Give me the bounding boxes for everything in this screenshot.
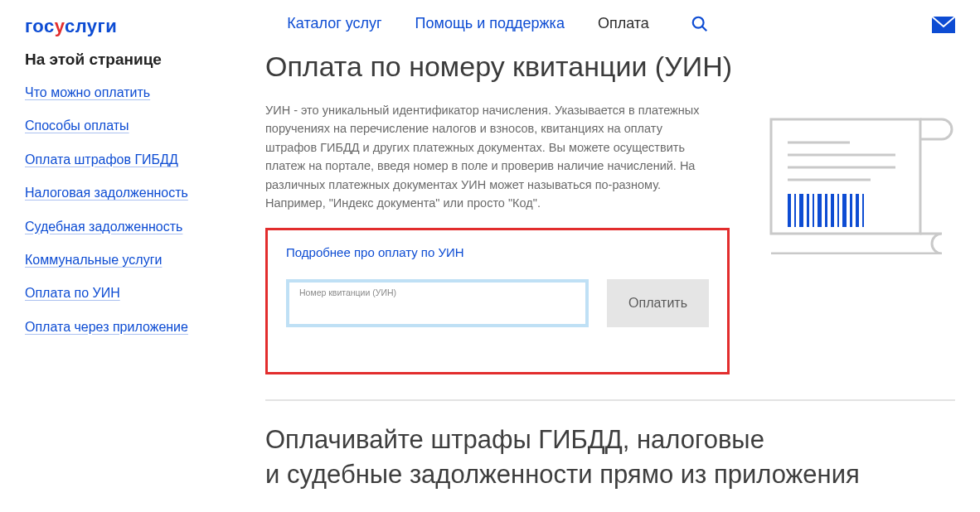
sidebar-item-gibdd-fines[interactable]: Оплата штрафов ГИБДД	[25, 151, 224, 169]
sidebar-item-payment-methods[interactable]: Способы оплаты	[25, 117, 224, 135]
page-body: На этой странице Что можно оплатить Спос…	[0, 46, 980, 492]
svg-rect-13	[825, 194, 827, 227]
svg-point-0	[693, 17, 704, 28]
sidebar-item-utilities[interactable]: Коммунальные услуги	[25, 251, 224, 269]
section2-title-line1: Оплачивайте штрафы ГИБДД, налоговые	[265, 425, 764, 454]
svg-rect-15	[837, 194, 839, 227]
logo-part-slugi: слуги	[65, 16, 117, 36]
header: госуслуги Каталог услуг Помощь и поддерж…	[0, 0, 980, 46]
svg-rect-17	[850, 194, 852, 227]
uin-input[interactable]	[299, 299, 575, 317]
uin-input-container[interactable]: Номер квитанции (УИН)	[286, 279, 589, 327]
uin-payment-form-highlight: Подробнее про оплату по УИН Номер квитан…	[265, 228, 730, 374]
svg-line-1	[702, 27, 706, 31]
mail-icon[interactable]	[932, 17, 955, 36]
logo[interactable]: госуслуги	[25, 16, 117, 37]
page-title: Оплата по номеру квитанции (УИН)	[265, 51, 955, 83]
section2-title: Оплачивайте штрафы ГИБДД, налоговые и су…	[265, 423, 955, 492]
svg-rect-7	[788, 194, 791, 227]
svg-rect-8	[794, 194, 796, 227]
logo-part-gos: гос	[25, 16, 55, 36]
uin-description: УИН - это уникальный идентификатор начис…	[265, 101, 713, 213]
receipt-illustration-icon	[763, 109, 953, 258]
pay-button[interactable]: Оплатить	[607, 279, 709, 327]
svg-rect-16	[842, 194, 847, 227]
svg-rect-9	[799, 194, 803, 227]
sidebar-item-court-debt[interactable]: Судебная задолженность	[25, 218, 224, 236]
sidebar-item-pay-by-uin[interactable]: Оплата по УИН	[25, 284, 224, 302]
input-row: Номер квитанции (УИН) Оплатить	[286, 279, 709, 327]
svg-rect-19	[862, 194, 864, 227]
nav-help[interactable]: Помощь и поддержка	[415, 15, 565, 37]
more-about-uin-link[interactable]: Подробнее про оплату по УИН	[286, 245, 464, 259]
sidebar-item-pay-via-app[interactable]: Оплата через приложение	[25, 318, 224, 336]
sidebar-item-what-to-pay[interactable]: Что можно оплатить	[25, 84, 224, 102]
sidebar: На этой странице Что можно оплатить Спос…	[25, 46, 224, 492]
sidebar-title: На этой странице	[25, 51, 224, 69]
svg-rect-18	[856, 194, 859, 227]
top-nav: Каталог услуг Помощь и поддержка Оплата	[287, 15, 709, 37]
content-row: УИН - это уникальный идентификатор начис…	[265, 101, 955, 374]
svg-rect-14	[831, 194, 834, 227]
sidebar-item-tax-debt[interactable]: Налоговая задолженность	[25, 184, 224, 202]
svg-rect-10	[807, 194, 809, 227]
logo-part-u: у	[55, 16, 65, 36]
svg-rect-11	[813, 194, 814, 227]
uin-input-label: Номер квитанции (УИН)	[299, 287, 575, 297]
section-divider	[265, 399, 955, 401]
content-text-column: УИН - это уникальный идентификатор начис…	[265, 101, 730, 374]
nav-payment[interactable]: Оплата	[598, 15, 649, 37]
svg-rect-12	[817, 194, 822, 227]
main-content: Оплата по номеру квитанции (УИН) УИН - э…	[265, 46, 955, 492]
section2-title-line2: и судебные задолженности прямо из прилож…	[265, 460, 860, 489]
search-icon[interactable]	[691, 15, 709, 37]
nav-catalog[interactable]: Каталог услуг	[287, 15, 381, 37]
